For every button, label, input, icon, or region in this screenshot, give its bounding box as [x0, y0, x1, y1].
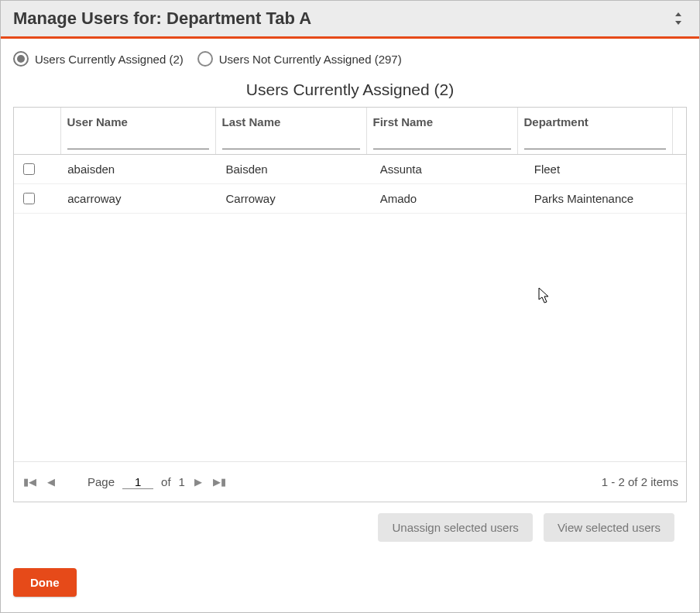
column-header-first-name[interactable]: First Name — [366, 108, 517, 133]
grid-header: User Name Last Name First Name Departmen… — [14, 108, 686, 155]
manage-users-modal: Manage Users for: Department Tab A Users… — [0, 0, 700, 613]
expand-collapse-icon[interactable] — [670, 10, 687, 27]
action-bar: Unassign selected users View selected us… — [13, 502, 687, 542]
pager-prev-icon[interactable]: ◀ — [46, 474, 57, 489]
users-grid: User Name Last Name First Name Departmen… — [13, 107, 687, 502]
cell-department: Parks Maintenance — [528, 184, 686, 214]
row-checkbox[interactable] — [23, 163, 35, 175]
radio-on-icon — [13, 51, 29, 67]
modal-title: Manage Users for: Department Tab A — [13, 9, 311, 29]
filter-department[interactable] — [524, 133, 666, 149]
modal-footer: Done — [1, 554, 699, 612]
unassign-selected-button[interactable]: Unassign selected users — [378, 513, 532, 542]
pager-page-label: Page — [88, 475, 115, 488]
column-header-checkbox — [14, 108, 60, 133]
modal-body: Users Currently Assigned (2) Users Not C… — [1, 39, 699, 554]
assignment-filter-radio-group: Users Currently Assigned (2) Users Not C… — [13, 51, 687, 67]
pager-last-icon[interactable]: ▶▮ — [211, 474, 228, 489]
pager-page-input[interactable] — [122, 475, 153, 489]
column-header-last-name[interactable]: Last Name — [215, 108, 366, 133]
radio-users-assigned-label: Users Currently Assigned (2) — [35, 53, 184, 66]
cell-user-name: abaisden — [61, 155, 219, 184]
cell-first-name: Assunta — [374, 155, 528, 184]
column-header-department[interactable]: Department — [517, 108, 672, 133]
done-button[interactable]: Done — [13, 568, 77, 597]
cell-first-name: Amado — [374, 184, 528, 214]
column-header-user-name[interactable]: User Name — [60, 108, 215, 133]
cell-last-name: Carroway — [220, 184, 374, 214]
filter-user-name[interactable] — [67, 133, 209, 149]
modal-header: Manage Users for: Department Tab A — [1, 1, 699, 39]
grid-body-scroll[interactable]: abaisdenBaisdenAssuntaFleetacarrowayCarr… — [14, 155, 686, 461]
table-row[interactable]: abaisdenBaisdenAssuntaFleet — [14, 155, 686, 184]
radio-users-not-assigned-label: Users Not Currently Assigned (297) — [219, 53, 402, 66]
pager-items-range: 1 - 2 of 2 items — [602, 475, 678, 488]
filter-last-name[interactable] — [222, 133, 360, 149]
grid-pager: ▮◀ ◀ Page of 1 ▶ ▶▮ 1 - 2 of 2 items — [14, 461, 686, 502]
pager-next-icon[interactable]: ▶ — [193, 474, 204, 489]
cell-department: Fleet — [528, 155, 686, 184]
radio-users-assigned[interactable]: Users Currently Assigned (2) — [13, 51, 184, 67]
cell-last-name: Baisden — [220, 155, 374, 184]
radio-users-not-assigned[interactable]: Users Not Currently Assigned (297) — [197, 51, 402, 67]
row-checkbox[interactable] — [23, 193, 35, 204]
grid-title: Users Currently Assigned (2) — [13, 80, 687, 99]
view-selected-button[interactable]: View selected users — [544, 513, 674, 542]
table-row[interactable]: acarrowayCarrowayAmadoParks Maintenance — [14, 184, 686, 214]
radio-off-icon — [197, 51, 213, 67]
column-header-scroll-spacer — [672, 108, 686, 133]
pager-total-pages: 1 — [179, 475, 185, 488]
cell-user-name: acarroway — [61, 184, 219, 214]
filter-first-name[interactable] — [373, 133, 511, 149]
pager-of-label: of — [161, 475, 171, 488]
pager-first-icon[interactable]: ▮◀ — [22, 474, 38, 489]
